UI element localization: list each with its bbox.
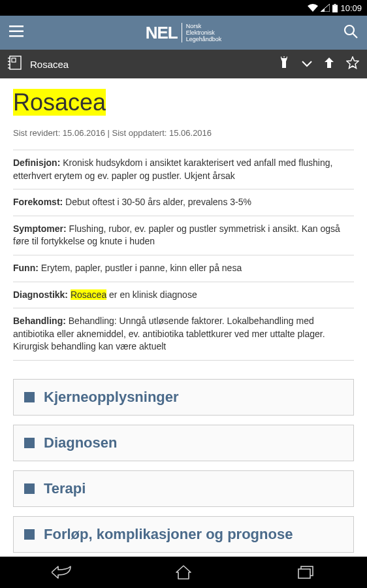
- section-terapi[interactable]: Terapi: [13, 470, 354, 507]
- logo-main: NEL: [146, 23, 178, 43]
- summary-item-symptomer: Symptomer: Flushing, rubor, ev. papler o…: [13, 216, 354, 255]
- breadcrumb-bar: Rosacea: [0, 50, 367, 78]
- section-forlop[interactable]: Forløp, komplikasjoner og prognose: [13, 516, 354, 553]
- section-bullet-icon: [24, 529, 35, 540]
- sections-list: Kjerneopplysninger Diagnosen Terapi Forl…: [13, 379, 354, 557]
- breadcrumb-title: Rosacea: [30, 59, 270, 70]
- app-header: NEL Norsk Elektronisk Legehåndbok: [0, 16, 367, 50]
- logo: NEL Norsk Elektronisk Legehåndbok: [34, 23, 333, 43]
- android-nav-bar: [0, 557, 367, 588]
- status-bar: 10:09: [0, 0, 367, 16]
- svg-point-5: [345, 25, 354, 35]
- svg-rect-4: [9, 35, 24, 37]
- flashlight-icon[interactable]: [278, 56, 290, 72]
- section-kjerneopplysninger[interactable]: Kjerneopplysninger: [13, 379, 354, 416]
- summary-item-definisjon: Definisjon: Kronisk hudsykdom i ansiktet…: [13, 150, 354, 189]
- summary-item-funn: Funn: Erytem, papler, pustler i panne, k…: [13, 255, 354, 282]
- svg-rect-17: [298, 569, 310, 578]
- battery-icon: [332, 4, 338, 12]
- section-bullet-icon: [24, 438, 35, 448]
- breadcrumb-actions: [278, 56, 359, 72]
- star-icon[interactable]: [346, 56, 359, 72]
- summary-item-behandling: Behandling: Behandling: Unngå utløsende …: [13, 308, 354, 361]
- svg-rect-1: [334, 4, 336, 5]
- logo-subtitle: Norsk Elektronisk Legehåndbok: [182, 23, 222, 42]
- svg-line-6: [353, 34, 358, 39]
- svg-rect-0: [332, 5, 338, 12]
- status-time: 10:09: [340, 3, 362, 13]
- home-button[interactable]: [164, 557, 203, 588]
- svg-line-15: [287, 57, 288, 58]
- section-diagnosen[interactable]: Diagnosen: [13, 425, 354, 461]
- summary-item-forekomst: Forekomst: Debut oftest i 30-50 års alde…: [13, 189, 354, 216]
- recent-apps-button[interactable]: [286, 557, 325, 588]
- svg-rect-8: [12, 58, 16, 62]
- meta-row: Sist revidert: 15.06.2016 | Sist oppdate…: [13, 128, 354, 138]
- menu-icon[interactable]: [9, 25, 24, 40]
- summary-list: Definisjon: Kronisk hudsykdom i ansiktet…: [13, 150, 354, 361]
- section-bullet-icon: [24, 483, 35, 494]
- wifi-icon: [308, 4, 318, 12]
- search-icon[interactable]: [343, 24, 358, 41]
- chevron-down-icon[interactable]: [302, 58, 312, 70]
- arrow-up-icon[interactable]: [324, 57, 334, 71]
- signal-icon: [321, 4, 330, 12]
- back-button[interactable]: [42, 557, 81, 588]
- svg-rect-2: [9, 25, 24, 27]
- notebook-icon: [8, 55, 22, 73]
- svg-rect-3: [9, 31, 24, 33]
- content-area: Rosacea Sist revidert: 15.06.2016 | Sist…: [0, 78, 367, 557]
- svg-line-14: [281, 57, 282, 58]
- section-bullet-icon: [24, 392, 35, 402]
- summary-item-diagnostikk: Diagnostikk: Rosacea er en klinisk diagn…: [13, 282, 354, 308]
- page-title: Rosacea: [13, 89, 354, 116]
